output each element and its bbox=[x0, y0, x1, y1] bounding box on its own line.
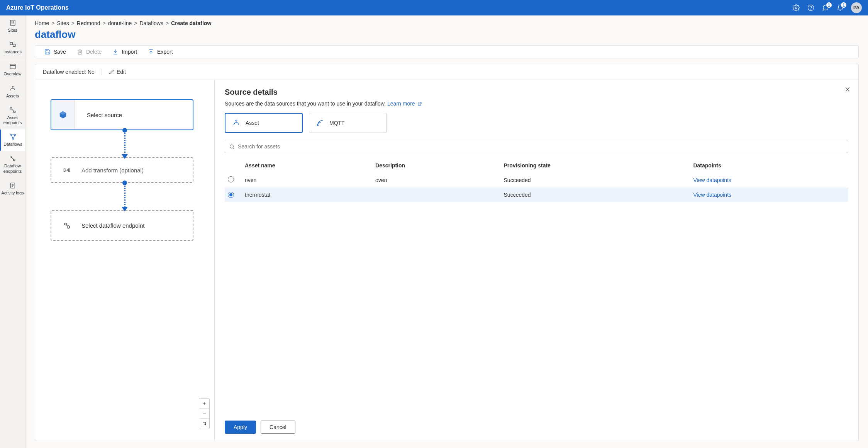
feedback-icon[interactable]: 1 bbox=[822, 4, 829, 12]
export-label: Export bbox=[157, 49, 173, 55]
delete-label: Delete bbox=[86, 49, 102, 55]
view-datapoints-link[interactable]: View datapoints bbox=[693, 177, 731, 183]
node-transform-label: Add transform (optional) bbox=[81, 167, 144, 174]
source-type-tabs: Asset MQTT bbox=[225, 113, 848, 133]
breadcrumb-link[interactable]: Dataflows bbox=[139, 20, 163, 26]
connector bbox=[124, 183, 125, 210]
asset-row[interactable]: thermostat Succeeded View datapoints bbox=[225, 187, 848, 202]
svg-point-11 bbox=[14, 134, 15, 135]
radio-button[interactable] bbox=[228, 176, 234, 182]
svg-rect-16 bbox=[64, 169, 65, 172]
breadcrumb-link[interactable]: Redmond bbox=[77, 20, 100, 26]
svg-point-1 bbox=[808, 5, 814, 11]
sidenav-item-asset-endpoints[interactable]: Asset endpoints bbox=[0, 103, 25, 129]
svg-line-27 bbox=[233, 148, 234, 149]
svg-point-24 bbox=[236, 120, 237, 121]
asset-row[interactable]: oven oven Succeeded View datapoints bbox=[225, 172, 848, 187]
tab-asset-label: Asset bbox=[246, 120, 259, 126]
sidenav-label: Overview bbox=[4, 72, 22, 77]
node-source-label: Select source bbox=[81, 112, 122, 118]
svg-point-2 bbox=[811, 9, 811, 9]
sidenav-item-sites[interactable]: Sites bbox=[0, 15, 25, 37]
view-datapoints-link[interactable]: View datapoints bbox=[693, 192, 731, 198]
close-button[interactable] bbox=[844, 86, 851, 92]
sidenav-label: Asset endpoints bbox=[1, 115, 24, 125]
edit-link[interactable]: Edit bbox=[102, 69, 126, 75]
cell-state: Succeeded bbox=[501, 172, 690, 187]
sites-icon bbox=[9, 19, 16, 26]
help-icon[interactable] bbox=[807, 4, 815, 12]
endpoint-icon bbox=[58, 211, 75, 240]
source-details-panel: Source details Sources are the data sour… bbox=[215, 80, 858, 441]
details-title: Source details bbox=[225, 88, 848, 97]
side-nav: Sites Instances Overview Assets Asset e bbox=[0, 15, 25, 448]
save-label: Save bbox=[54, 49, 66, 55]
node-transform[interactable]: Add transform (optional) bbox=[51, 157, 193, 183]
transform-icon bbox=[58, 158, 75, 182]
import-label: Import bbox=[122, 49, 137, 55]
details-subtitle: Sources are the data sources that you wa… bbox=[225, 101, 848, 107]
dataflow-panel: Dataflow enabled: No Edit Select source bbox=[35, 64, 859, 441]
asset-table: Asset name Description Provisioning stat… bbox=[225, 158, 848, 202]
svg-point-0 bbox=[795, 7, 797, 9]
breadcrumb-link[interactable]: donut-line bbox=[108, 20, 132, 26]
assets-icon bbox=[9, 85, 16, 92]
svg-point-12 bbox=[12, 138, 14, 140]
mqtt-icon bbox=[316, 119, 324, 127]
col-datapoints: Datapoints bbox=[690, 158, 848, 172]
svg-rect-6 bbox=[10, 64, 15, 69]
apply-button[interactable]: Apply bbox=[225, 421, 256, 434]
sidenav-label: Sites bbox=[8, 28, 17, 33]
asset-icon bbox=[232, 119, 240, 127]
enabled-status: Dataflow enabled: No bbox=[43, 69, 95, 75]
asset-endpoints-icon bbox=[9, 107, 16, 114]
zoom-in-button[interactable]: + bbox=[199, 399, 209, 409]
settings-icon[interactable] bbox=[792, 4, 800, 12]
sidenav-item-instances[interactable]: Instances bbox=[0, 37, 25, 59]
node-source[interactable]: Select source bbox=[51, 99, 193, 130]
connector bbox=[124, 130, 125, 157]
save-button[interactable]: Save bbox=[44, 49, 66, 55]
tab-mqtt[interactable]: MQTT bbox=[309, 113, 387, 133]
panel-status-bar: Dataflow enabled: No Edit bbox=[35, 64, 858, 80]
node-endpoint-label: Select dataflow endpoint bbox=[81, 222, 144, 229]
sidenav-item-overview[interactable]: Overview bbox=[0, 59, 25, 81]
asset-search[interactable] bbox=[225, 140, 848, 153]
cancel-button[interactable]: Cancel bbox=[261, 421, 295, 434]
avatar[interactable]: PA bbox=[851, 2, 862, 13]
zoom-out-button[interactable]: − bbox=[199, 409, 209, 419]
sidenav-item-assets[interactable]: Assets bbox=[0, 81, 25, 103]
cell-description: oven bbox=[372, 172, 500, 187]
breadcrumb-link[interactable]: Home bbox=[35, 20, 49, 26]
breadcrumb: Home> Sites> Redmond> donut-line> Datafl… bbox=[35, 20, 859, 26]
zoom-controls: + − bbox=[199, 398, 210, 429]
sidenav-item-activity-logs[interactable]: Activity logs bbox=[0, 178, 25, 200]
breadcrumb-link[interactable]: Sites bbox=[57, 20, 69, 26]
node-endpoint[interactable]: Select dataflow endpoint bbox=[51, 210, 193, 241]
radio-button[interactable] bbox=[228, 192, 234, 198]
notifications-icon[interactable]: 1 bbox=[836, 4, 844, 12]
dataflows-icon bbox=[10, 133, 17, 140]
sidenav-label: Dataflows bbox=[3, 142, 22, 147]
product-name: Azure IoT Operations bbox=[6, 4, 69, 11]
feedback-badge: 1 bbox=[826, 2, 832, 8]
svg-point-26 bbox=[230, 145, 234, 148]
import-button[interactable]: Import bbox=[112, 49, 137, 55]
sidenav-item-dataflows[interactable]: Dataflows bbox=[0, 129, 25, 151]
instances-icon bbox=[9, 41, 16, 48]
tab-asset[interactable]: Asset bbox=[225, 113, 303, 133]
sidenav-label: Instances bbox=[3, 49, 22, 55]
col-asset-name: Asset name bbox=[242, 158, 372, 172]
cube-icon bbox=[51, 100, 75, 129]
svg-point-7 bbox=[12, 86, 13, 87]
col-description: Description bbox=[372, 158, 500, 172]
svg-rect-5 bbox=[13, 44, 15, 46]
asset-search-input[interactable] bbox=[238, 143, 844, 150]
zoom-fit-button[interactable] bbox=[199, 419, 209, 429]
learn-more-link[interactable]: Learn more bbox=[387, 101, 422, 107]
sidenav-item-dataflow-endpoints[interactable]: Dataflow endpoints bbox=[0, 151, 25, 178]
export-button[interactable]: Export bbox=[148, 49, 173, 55]
cell-name: oven bbox=[242, 172, 372, 187]
sidenav-label: Assets bbox=[6, 94, 19, 99]
tab-mqtt-label: MQTT bbox=[329, 120, 345, 126]
